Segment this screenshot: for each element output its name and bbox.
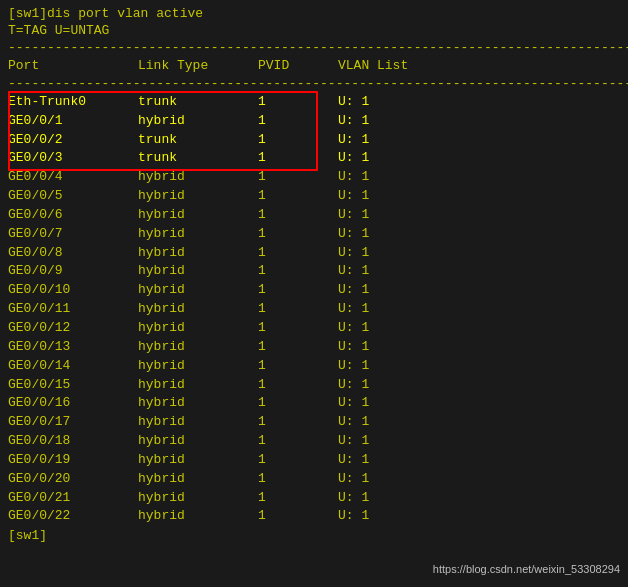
- table-row: GE0/0/20hybrid1U: 1: [8, 470, 620, 489]
- cell-port: GE0/0/15: [8, 376, 138, 395]
- cell-port: GE0/0/14: [8, 357, 138, 376]
- column-headers: Port Link Type PVID VLAN List: [8, 57, 620, 76]
- cell-vlanlist: U: 1: [338, 206, 458, 225]
- cell-linktype: hybrid: [138, 451, 258, 470]
- cell-pvid: 1: [258, 206, 338, 225]
- cell-pvid: 1: [258, 300, 338, 319]
- cell-pvid: 1: [258, 262, 338, 281]
- cell-linktype: hybrid: [138, 394, 258, 413]
- cell-pvid: 1: [258, 149, 338, 168]
- cell-vlanlist: U: 1: [338, 357, 458, 376]
- cell-pvid: 1: [258, 187, 338, 206]
- cell-port: GE0/0/20: [8, 470, 138, 489]
- header-linktype: Link Type: [138, 57, 258, 76]
- cell-port: GE0/0/17: [8, 413, 138, 432]
- table-row: GE0/0/12hybrid1U: 1: [8, 319, 620, 338]
- cell-vlanlist: U: 1: [338, 451, 458, 470]
- table-row: GE0/0/22hybrid1U: 1: [8, 507, 620, 526]
- table-area: Eth-Trunk0trunk1U: 1GE0/0/1hybrid1U: 1GE…: [8, 93, 620, 526]
- cell-vlanlist: U: 1: [338, 338, 458, 357]
- cell-pvid: 1: [258, 432, 338, 451]
- cell-pvid: 1: [258, 413, 338, 432]
- cell-vlanlist: U: 1: [338, 300, 458, 319]
- cell-port: GE0/0/21: [8, 489, 138, 508]
- cell-linktype: hybrid: [138, 262, 258, 281]
- cell-port: GE0/0/5: [8, 187, 138, 206]
- cell-port: GE0/0/10: [8, 281, 138, 300]
- cell-linktype: hybrid: [138, 376, 258, 395]
- cell-port: GE0/0/19: [8, 451, 138, 470]
- table-row: GE0/0/5hybrid1U: 1: [8, 187, 620, 206]
- cell-linktype: hybrid: [138, 168, 258, 187]
- table-row: GE0/0/8hybrid1U: 1: [8, 244, 620, 263]
- table-row: GE0/0/15hybrid1U: 1: [8, 376, 620, 395]
- table-row: GE0/0/2trunk1U: 1: [8, 131, 620, 150]
- cell-vlanlist: U: 1: [338, 131, 458, 150]
- cell-pvid: 1: [258, 394, 338, 413]
- cell-pvid: 1: [258, 338, 338, 357]
- table-row: GE0/0/13hybrid1U: 1: [8, 338, 620, 357]
- cell-port: GE0/0/7: [8, 225, 138, 244]
- cell-port: GE0/0/6: [8, 206, 138, 225]
- cell-pvid: 1: [258, 357, 338, 376]
- cell-port: GE0/0/22: [8, 507, 138, 526]
- cell-vlanlist: U: 1: [338, 262, 458, 281]
- cell-pvid: 1: [258, 319, 338, 338]
- header-port: Port: [8, 57, 138, 76]
- table-row: GE0/0/9hybrid1U: 1: [8, 262, 620, 281]
- table-row: GE0/0/1hybrid1U: 1: [8, 112, 620, 131]
- table-row: Eth-Trunk0trunk1U: 1: [8, 93, 620, 112]
- table-row: GE0/0/11hybrid1U: 1: [8, 300, 620, 319]
- cell-vlanlist: U: 1: [338, 225, 458, 244]
- cell-linktype: hybrid: [138, 432, 258, 451]
- cell-linktype: hybrid: [138, 112, 258, 131]
- cell-vlanlist: U: 1: [338, 149, 458, 168]
- cell-linktype: hybrid: [138, 338, 258, 357]
- cell-vlanlist: U: 1: [338, 470, 458, 489]
- cell-pvid: 1: [258, 168, 338, 187]
- cell-vlanlist: U: 1: [338, 187, 458, 206]
- header-vlanlist: VLAN List: [338, 57, 458, 76]
- table-row: GE0/0/7hybrid1U: 1: [8, 225, 620, 244]
- cell-port: GE0/0/1: [8, 112, 138, 131]
- cell-pvid: 1: [258, 225, 338, 244]
- cell-port: GE0/0/11: [8, 300, 138, 319]
- cell-linktype: trunk: [138, 131, 258, 150]
- cell-pvid: 1: [258, 507, 338, 526]
- table-row: GE0/0/17hybrid1U: 1: [8, 413, 620, 432]
- cell-linktype: hybrid: [138, 225, 258, 244]
- cell-vlanlist: U: 1: [338, 168, 458, 187]
- watermark: https://blog.csdn.net/weixin_53308294: [433, 563, 620, 575]
- table-row: GE0/0/10hybrid1U: 1: [8, 281, 620, 300]
- cell-vlanlist: U: 1: [338, 319, 458, 338]
- table-row: GE0/0/21hybrid1U: 1: [8, 489, 620, 508]
- cell-port: Eth-Trunk0: [8, 93, 138, 112]
- table-row: GE0/0/3trunk1U: 1: [8, 149, 620, 168]
- separator1: ----------------------------------------…: [8, 40, 620, 55]
- cell-linktype: trunk: [138, 93, 258, 112]
- cell-port: GE0/0/9: [8, 262, 138, 281]
- cell-pvid: 1: [258, 489, 338, 508]
- legend-line: T=TAG U=UNTAG: [8, 23, 620, 38]
- cell-port: GE0/0/13: [8, 338, 138, 357]
- cell-linktype: hybrid: [138, 507, 258, 526]
- table-row: GE0/0/19hybrid1U: 1: [8, 451, 620, 470]
- terminal: [sw1]dis port vlan active T=TAG U=UNTAG …: [8, 6, 620, 543]
- cell-pvid: 1: [258, 112, 338, 131]
- cell-linktype: hybrid: [138, 187, 258, 206]
- table-row: GE0/0/4hybrid1U: 1: [8, 168, 620, 187]
- cell-linktype: hybrid: [138, 470, 258, 489]
- cell-port: GE0/0/16: [8, 394, 138, 413]
- cell-linktype: hybrid: [138, 357, 258, 376]
- cell-vlanlist: U: 1: [338, 112, 458, 131]
- cell-pvid: 1: [258, 281, 338, 300]
- cell-linktype: hybrid: [138, 300, 258, 319]
- command-line: [sw1]dis port vlan active: [8, 6, 620, 21]
- cell-linktype: hybrid: [138, 413, 258, 432]
- cell-vlanlist: U: 1: [338, 281, 458, 300]
- cell-vlanlist: U: 1: [338, 394, 458, 413]
- cell-linktype: hybrid: [138, 489, 258, 508]
- cell-port: GE0/0/2: [8, 131, 138, 150]
- cell-port: GE0/0/12: [8, 319, 138, 338]
- header-pvid: PVID: [258, 57, 338, 76]
